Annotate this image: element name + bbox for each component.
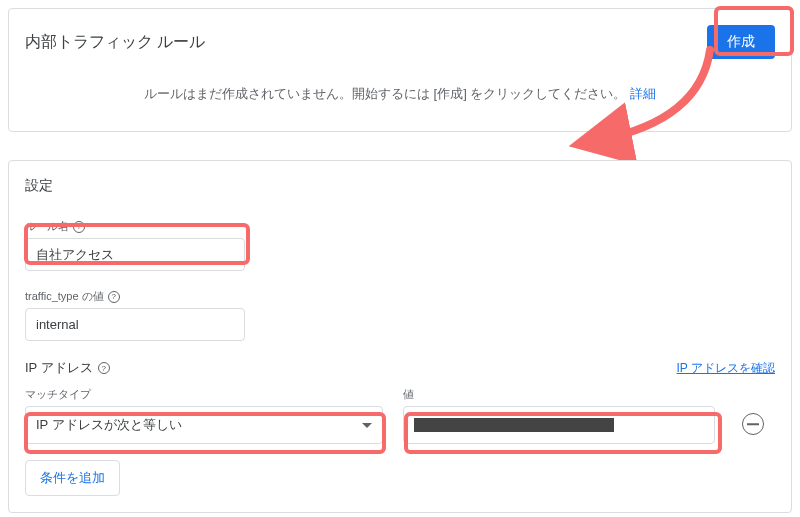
match-type-select[interactable]: IP アドレスが次と等しい	[25, 406, 383, 444]
rule-name-input[interactable]	[25, 238, 245, 271]
ip-value-input[interactable]	[403, 406, 715, 444]
empty-text: ルールはまだ作成されていません。開始するには [作成] をクリックしてください。	[144, 86, 626, 101]
traffic-type-label: traffic_type の値 ?	[25, 289, 775, 304]
traffic-type-label-text: traffic_type の値	[25, 289, 104, 304]
remove-condition-button[interactable]	[742, 413, 764, 435]
panel-title: 内部トラフィック ルール	[25, 32, 205, 53]
settings-title: 設定	[25, 177, 775, 195]
add-condition-button[interactable]: 条件を追加	[25, 460, 120, 496]
help-icon[interactable]: ?	[73, 221, 85, 233]
help-icon[interactable]: ?	[98, 362, 110, 374]
value-col: 値	[403, 387, 715, 444]
traffic-type-group: traffic_type の値 ?	[25, 289, 775, 341]
panel-header: 内部トラフィック ルール 作成	[25, 25, 775, 59]
ip-section-header: IP アドレス ? IP アドレスを確認	[25, 359, 775, 377]
rule-name-group: ルール名 ?	[25, 219, 775, 271]
value-label: 値	[403, 387, 715, 402]
help-icon[interactable]: ?	[108, 291, 120, 303]
empty-message: ルールはまだ作成されていません。開始するには [作成] をクリックしてください。…	[25, 79, 775, 113]
ip-section-title: IP アドレス ?	[25, 359, 110, 377]
settings-panel: 設定 ルール名 ? traffic_type の値 ? IP アドレス ? IP…	[8, 160, 792, 513]
match-type-value: IP アドレスが次と等しい	[36, 416, 182, 434]
create-button[interactable]: 作成	[707, 25, 775, 59]
rule-name-label-text: ルール名	[25, 219, 69, 234]
details-link[interactable]: 詳細	[630, 86, 656, 101]
match-type-col: マッチタイプ IP アドレスが次と等しい	[25, 387, 383, 444]
redacted-value	[414, 418, 614, 432]
ip-condition-row: マッチタイプ IP アドレスが次と等しい 値	[25, 387, 775, 444]
rule-name-label: ルール名 ?	[25, 219, 775, 234]
internal-traffic-rules-panel: 内部トラフィック ルール 作成 ルールはまだ作成されていません。開始するには […	[8, 8, 792, 132]
match-type-label: マッチタイプ	[25, 387, 383, 402]
ip-section-title-text: IP アドレス	[25, 359, 93, 377]
remove-col	[735, 404, 771, 444]
traffic-type-input[interactable]	[25, 308, 245, 341]
check-ip-link[interactable]: IP アドレスを確認	[677, 360, 775, 377]
chevron-down-icon	[362, 423, 372, 428]
